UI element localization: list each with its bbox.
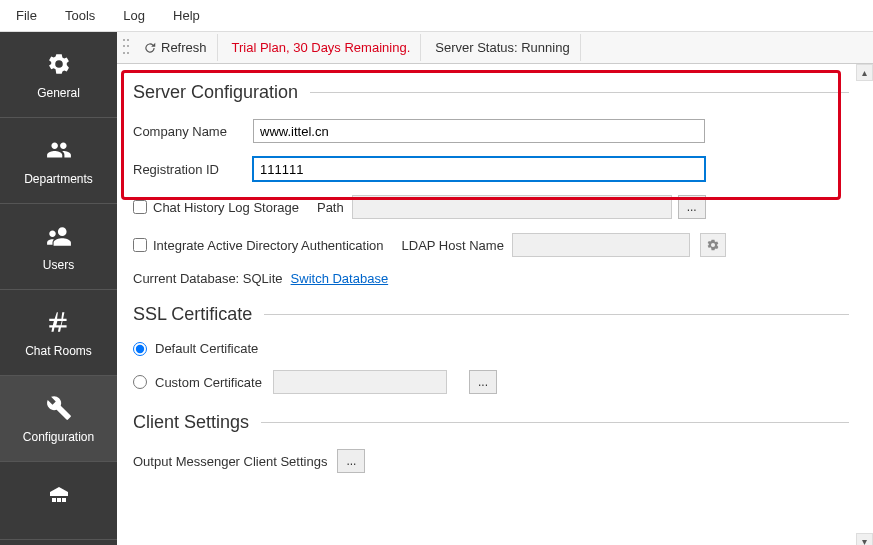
sidebar-item-label: Users bbox=[43, 258, 74, 272]
scroll-down-button[interactable]: ▾ bbox=[856, 533, 873, 545]
refresh-label: Refresh bbox=[161, 40, 207, 55]
ad-auth-check-input[interactable] bbox=[133, 238, 147, 252]
path-input bbox=[352, 195, 672, 219]
server-config-section: Server Configuration Company Name Regist… bbox=[133, 82, 849, 286]
chat-log-checkbox[interactable]: Chat History Log Storage bbox=[133, 200, 299, 215]
path-label: Path bbox=[317, 200, 344, 215]
sidebar-item-label: General bbox=[37, 86, 80, 100]
custom-cert-browse-button[interactable]: ... bbox=[469, 370, 497, 394]
server-config-heading: Server Configuration bbox=[133, 82, 298, 103]
menu-tools[interactable]: Tools bbox=[51, 4, 109, 27]
sidebar-item-general[interactable]: General bbox=[0, 32, 117, 118]
client-settings-section: Client Settings Output Messenger Client … bbox=[133, 412, 849, 473]
ad-auth-label: Integrate Active Directory Authenticatio… bbox=[153, 238, 384, 253]
topbar: Refresh Trial Plan, 30 Days Remaining. S… bbox=[117, 32, 873, 64]
default-cert-label: Default Certificate bbox=[155, 341, 258, 356]
ssl-section: SSL Certificate Default Certificate Cust… bbox=[133, 304, 849, 394]
sidebar-item-users[interactable]: Users bbox=[0, 204, 117, 290]
company-name-label: Company Name bbox=[133, 124, 253, 139]
content-area: Server Configuration Company Name Regist… bbox=[117, 64, 873, 545]
sidebar-item-chatrooms[interactable]: Chat Rooms bbox=[0, 290, 117, 376]
registration-id-input[interactable] bbox=[253, 157, 705, 181]
ldap-label: LDAP Host Name bbox=[402, 238, 504, 253]
scroll-up-button[interactable]: ▴ bbox=[856, 64, 873, 81]
users-icon bbox=[45, 222, 73, 250]
divider bbox=[264, 314, 849, 315]
menubar: File Tools Log Help bbox=[0, 0, 873, 32]
sidebar: General Departments Users Chat Rooms Con… bbox=[0, 32, 117, 545]
company-name-input[interactable] bbox=[253, 119, 705, 143]
client-settings-heading: Client Settings bbox=[133, 412, 249, 433]
refresh-icon bbox=[143, 41, 157, 55]
menu-log[interactable]: Log bbox=[109, 4, 159, 27]
sidebar-item-label: Departments bbox=[24, 172, 93, 186]
path-browse-button[interactable]: ... bbox=[678, 195, 706, 219]
departments-icon bbox=[45, 136, 73, 164]
sidebar-item-label: Chat Rooms bbox=[25, 344, 92, 358]
gear-icon bbox=[706, 238, 720, 252]
tools-icon bbox=[45, 394, 73, 422]
custom-cert-radio[interactable] bbox=[133, 375, 147, 389]
gear-icon bbox=[45, 50, 73, 78]
sidebar-item-configuration[interactable]: Configuration bbox=[0, 376, 117, 462]
chat-log-check-input[interactable] bbox=[133, 200, 147, 214]
sidebar-item-label: Configuration bbox=[23, 430, 94, 444]
ldap-input bbox=[512, 233, 690, 257]
block-icon bbox=[45, 483, 73, 511]
main-panel: Refresh Trial Plan, 30 Days Remaining. S… bbox=[117, 32, 873, 545]
custom-cert-label: Custom Certificate bbox=[155, 375, 265, 390]
ssl-heading: SSL Certificate bbox=[133, 304, 252, 325]
divider bbox=[261, 422, 849, 423]
ad-auth-checkbox[interactable]: Integrate Active Directory Authenticatio… bbox=[133, 238, 384, 253]
server-status: Server Status: Running bbox=[425, 34, 580, 61]
default-cert-radio[interactable] bbox=[133, 342, 147, 356]
menu-file[interactable]: File bbox=[2, 4, 51, 27]
client-settings-button[interactable]: ... bbox=[337, 449, 365, 473]
chat-log-label: Chat History Log Storage bbox=[153, 200, 299, 215]
switch-db-link[interactable]: Switch Database bbox=[291, 271, 389, 286]
trial-status: Trial Plan, 30 Days Remaining. bbox=[222, 34, 422, 61]
sidebar-item-departments[interactable]: Departments bbox=[0, 118, 117, 204]
current-db-label: Current Database: SQLite bbox=[133, 271, 283, 286]
custom-cert-input bbox=[273, 370, 447, 394]
registration-id-label: Registration ID bbox=[133, 162, 253, 177]
sidebar-item-extra[interactable] bbox=[0, 462, 117, 540]
hash-icon bbox=[45, 308, 73, 336]
menu-help[interactable]: Help bbox=[159, 4, 214, 27]
grip-icon bbox=[123, 39, 129, 57]
refresh-button[interactable]: Refresh bbox=[133, 34, 218, 61]
divider bbox=[310, 92, 849, 93]
output-settings-label: Output Messenger Client Settings bbox=[133, 454, 327, 469]
ldap-settings-button[interactable] bbox=[700, 233, 726, 257]
